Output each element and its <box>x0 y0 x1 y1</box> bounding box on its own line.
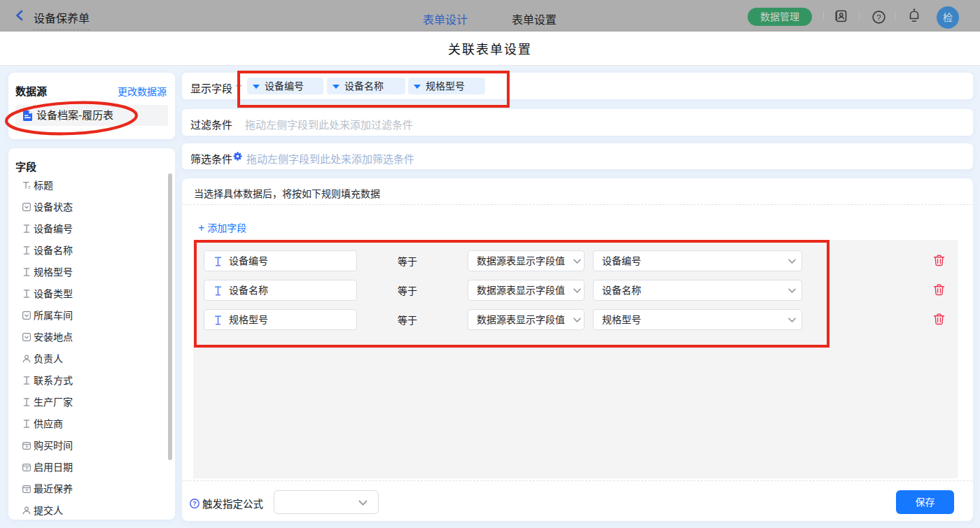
svg-text:?: ? <box>876 13 881 22</box>
svg-text:?: ? <box>192 499 197 507</box>
